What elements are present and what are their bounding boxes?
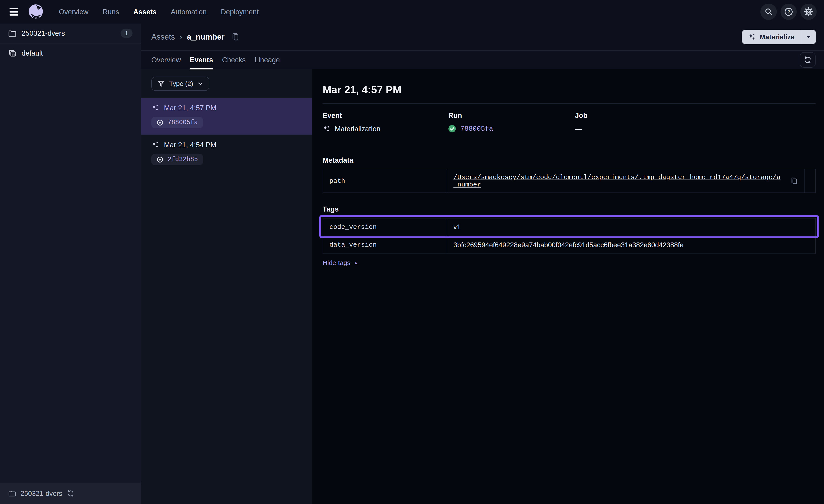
hide-tags-label: Hide tags	[323, 259, 350, 266]
copy-icon	[791, 177, 798, 185]
run-target-icon	[157, 119, 164, 126]
job-value: —	[575, 125, 582, 133]
search-button[interactable]	[760, 4, 777, 20]
page-title: a_number	[187, 32, 224, 41]
materialization-sparkle-icon	[323, 125, 330, 133]
asset-tabs: Overview Events Checks Lineage	[151, 51, 280, 69]
run-id-badge[interactable]: 788005fa	[151, 117, 203, 128]
sidebar-footer-label: 250321-dvers	[21, 490, 62, 498]
run-id-text: 788005fa	[168, 119, 198, 126]
sidebar-item-default-label: default	[22, 49, 43, 57]
run-id-badge[interactable]: 2fd32b85	[151, 154, 203, 165]
tag-value: 3bfc269594ef649228e9a74bab00f042efc91d5a…	[453, 241, 684, 249]
event-summary-columns: Event Materialization	[323, 111, 816, 133]
divider	[323, 103, 816, 104]
hamburger-menu-icon[interactable]	[6, 4, 22, 20]
tab-lineage[interactable]: Lineage	[254, 51, 280, 69]
caret-down-icon	[806, 35, 811, 39]
tab-checks[interactable]: Checks	[222, 51, 245, 69]
sidebar-group-row[interactable]: 250321-dvers 1	[0, 24, 141, 43]
dagster-logo-icon[interactable]	[26, 2, 45, 21]
job-column: Job —	[575, 111, 816, 133]
filter-funnel-icon	[158, 81, 164, 87]
copy-path-button[interactable]	[791, 177, 798, 185]
nav-item-runs[interactable]: Runs	[103, 8, 119, 16]
event-detail-title: Mar 21, 4:57 PM	[323, 83, 816, 97]
asset-catalog-sidebar: 250321-dvers 1 default	[0, 24, 141, 504]
nav-item-automation[interactable]: Automation	[171, 8, 207, 16]
folder-icon	[8, 490, 16, 497]
breadcrumb-separator: ›	[180, 33, 182, 41]
run-column: Run 788005fa	[448, 111, 575, 133]
primary-nav: Overview Runs Assets Automation Deployme…	[59, 8, 259, 16]
nav-item-assets[interactable]: Assets	[133, 8, 157, 16]
run-success-check-icon	[448, 125, 456, 133]
copy-icon	[231, 33, 239, 41]
search-icon	[764, 8, 773, 16]
table-row: data_version 3bfc269594ef649228e9a74bab0…	[323, 236, 815, 254]
tag-value: v1	[453, 223, 460, 231]
tag-key: data_version	[323, 236, 447, 254]
page-header: Assets › a_number	[141, 24, 824, 51]
type-filter-label: Type (2)	[169, 80, 193, 87]
run-id-text: 2fd32b85	[168, 156, 198, 163]
copy-asset-key-button[interactable]	[231, 33, 239, 41]
metadata-path-link[interactable]: /Users/smackesey/stm/code/elementl/exper…	[453, 174, 784, 188]
event-type-value: Materialization	[335, 125, 380, 133]
nav-item-deployment[interactable]: Deployment	[221, 8, 259, 16]
sidebar-group-count-badge: 1	[121, 29, 132, 38]
help-button[interactable]: ?	[781, 4, 797, 20]
materialize-button-label: Materialize	[760, 33, 795, 41]
job-column-header: Job	[575, 111, 816, 120]
help-icon: ?	[784, 7, 793, 16]
event-column-header: Event	[323, 111, 448, 120]
gear-icon	[804, 7, 813, 16]
event-list-panel: Type (2)	[141, 69, 312, 504]
collapse-arrow-icon: ▲	[353, 260, 358, 266]
event-detail-pane: Mar 21, 4:57 PM Event	[312, 69, 824, 504]
top-nav-bar: Overview Runs Assets Automation Deployme…	[0, 0, 824, 24]
tab-overview[interactable]: Overview	[151, 51, 181, 69]
refresh-icon	[804, 56, 812, 64]
breadcrumb-assets-link[interactable]: Assets	[151, 32, 175, 41]
sidebar-item-default[interactable]: default	[0, 43, 141, 63]
tags-heading: Tags	[323, 205, 816, 213]
table-actions-cell	[804, 169, 815, 193]
sidebar-group-label: 250321-dvers	[22, 29, 65, 37]
metadata-heading: Metadata	[323, 156, 816, 164]
svg-text:?: ?	[787, 9, 790, 14]
event-timestamp: Mar 21, 4:54 PM	[164, 141, 216, 149]
materialize-split-button: Materialize	[742, 30, 816, 44]
materialization-sparkle-icon	[151, 141, 159, 149]
run-target-icon	[157, 156, 164, 163]
tags-table: code_version v1 data_version 3bfc269594e…	[323, 218, 816, 254]
run-id-link[interactable]: 788005fa	[460, 125, 493, 133]
event-list-item[interactable]: Mar 21, 4:54 PM 2fd32b85	[141, 135, 312, 171]
refresh-button[interactable]	[800, 52, 816, 68]
top-nav-actions: ?	[760, 4, 817, 20]
asset-detail-main: Assets › a_number	[141, 24, 824, 504]
table-row-highlighted: code_version v1	[323, 219, 815, 236]
sync-icon	[67, 490, 74, 497]
materialize-sparkle-icon	[748, 33, 756, 41]
folder-icon	[8, 30, 16, 37]
sidebar-footer: 250321-dvers	[0, 483, 141, 504]
dagster-app-window: Overview Runs Assets Automation Deployme…	[0, 0, 824, 504]
event-timestamp: Mar 21, 4:57 PM	[164, 104, 216, 112]
tag-key: code_version	[323, 219, 447, 236]
table-row: path /Users/smackesey/stm/code/elementl/…	[323, 169, 815, 193]
tab-events[interactable]: Events	[190, 51, 213, 69]
settings-button[interactable]	[800, 4, 817, 20]
code-location-icon	[8, 49, 16, 57]
materialize-button[interactable]: Materialize	[742, 30, 801, 44]
event-list-item[interactable]: Mar 21, 4:57 PM 788005fa	[141, 98, 312, 135]
type-filter-button[interactable]: Type (2)	[151, 77, 209, 91]
breadcrumb: Assets › a_number	[151, 32, 239, 41]
materialize-dropdown-button[interactable]	[801, 30, 816, 44]
nav-item-overview[interactable]: Overview	[59, 8, 89, 16]
hide-tags-link[interactable]: Hide tags ▲	[323, 259, 358, 266]
run-column-header: Run	[448, 111, 575, 120]
reload-location-button[interactable]	[67, 490, 74, 497]
asset-tabs-bar: Overview Events Checks Lineage	[141, 51, 824, 69]
metadata-table: path /Users/smackesey/stm/code/elementl/…	[323, 169, 816, 193]
